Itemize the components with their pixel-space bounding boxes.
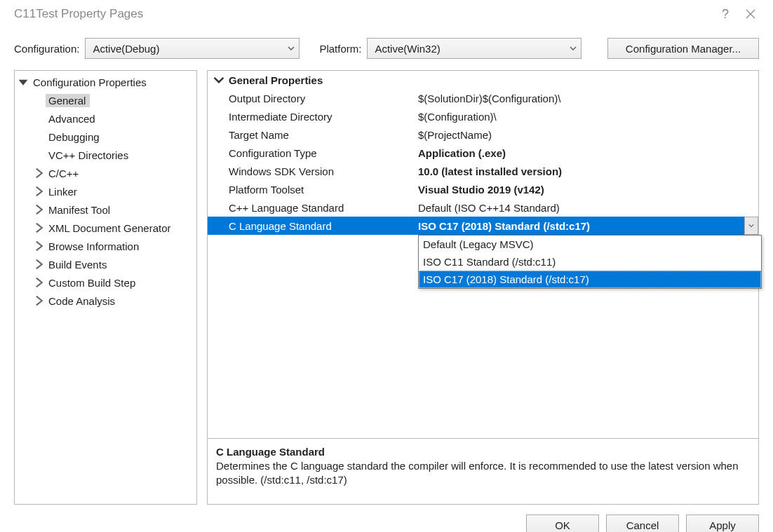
tree-item[interactable]: Debugging <box>15 128 196 146</box>
titlebar: C11Test Property Pages ? <box>0 0 773 28</box>
dropdown-option[interactable]: ISO C17 (2018) Standard (/std:c17) <box>419 271 761 288</box>
dropdown-option[interactable]: ISO C11 Standard (/std:c11) <box>419 253 761 271</box>
help-button[interactable]: ? <box>713 1 738 27</box>
property-grid[interactable]: General Properties Output Directory$(Sol… <box>207 70 759 439</box>
configuration-value: Active(Debug) <box>93 43 159 55</box>
property-value[interactable]: $(Configuration)\ <box>417 111 758 123</box>
property-value[interactable]: Visual Studio 2019 (v142) <box>417 184 758 196</box>
toolbar: Configuration: Active(Debug) Platform: A… <box>0 28 773 70</box>
tree-item[interactable]: General <box>15 91 196 109</box>
expander-open-icon <box>18 76 29 88</box>
tree-item-label: General <box>46 94 90 107</box>
property-name: Target Name <box>208 129 417 141</box>
property-name: Platform Toolset <box>208 184 417 196</box>
tree-item[interactable]: Code Analysis <box>15 292 196 310</box>
tree-item[interactable]: Custom Build Step <box>15 273 196 292</box>
platform-label: Platform: <box>319 43 361 55</box>
property-row[interactable]: Configuration TypeApplication (.exe) <box>208 144 758 162</box>
property-name: C Language Standard <box>208 220 417 232</box>
tree-item-label: VC++ Directories <box>46 149 133 162</box>
expander-closed-icon <box>33 186 44 197</box>
tree-root[interactable]: Configuration Properties <box>15 73 196 91</box>
property-value[interactable]: Application (.exe) <box>417 147 758 159</box>
tree-item[interactable]: Advanced <box>15 109 196 128</box>
property-value[interactable]: $(SolutionDir)$(Configuration)\ <box>417 93 758 104</box>
tree-item-label: Code Analysis <box>46 294 119 308</box>
property-row[interactable]: Target Name$(ProjectName) <box>208 125 758 144</box>
tree-item-label: Build Events <box>46 258 111 271</box>
expander-closed-icon <box>33 295 44 306</box>
property-name: C++ Language Standard <box>208 202 417 214</box>
window-title: C11Test Property Pages <box>14 7 143 21</box>
tree-item-label: Debugging <box>46 130 104 144</box>
apply-button[interactable]: Apply <box>686 514 759 532</box>
property-row[interactable]: C++ Language StandardDefault (ISO C++14 … <box>208 198 758 217</box>
configuration-combo[interactable]: Active(Debug) <box>85 38 300 59</box>
tree-item[interactable]: C/C++ <box>15 164 196 182</box>
configuration-label: Configuration: <box>14 43 79 55</box>
property-name: Intermediate Directory <box>208 111 417 123</box>
expander-closed-icon <box>33 240 44 252</box>
expander-closed-icon <box>33 204 44 215</box>
expander-closed-icon <box>33 168 44 179</box>
dropdown-option[interactable]: Default (Legacy MSVC) <box>419 236 761 253</box>
property-value[interactable]: $(ProjectName) <box>417 129 758 141</box>
property-value[interactable]: ISO C17 (2018) Standard (/std:c17) <box>417 220 758 232</box>
property-value[interactable]: Default (ISO C++14 Standard) <box>417 202 758 214</box>
property-row[interactable]: C Language StandardISO C17 (2018) Standa… <box>208 217 758 235</box>
description-text: Determines the C language standard the c… <box>216 459 750 488</box>
property-name: Output Directory <box>208 93 417 104</box>
grid-section-header[interactable]: General Properties <box>208 71 758 89</box>
nav-tree[interactable]: Configuration Properties GeneralAdvanced… <box>14 70 197 505</box>
platform-value: Active(Win32) <box>375 43 440 55</box>
tree-item-label: Browse Information <box>46 240 143 253</box>
dropdown-button[interactable] <box>744 217 758 235</box>
description-title: C Language Standard <box>216 446 750 458</box>
configuration-manager-button[interactable]: Configuration Manager... <box>607 38 759 59</box>
ok-button[interactable]: OK <box>526 514 599 532</box>
tree-item[interactable]: Manifest Tool <box>15 200 196 219</box>
dialog-footer: OK Cancel Apply <box>0 505 773 532</box>
close-button[interactable] <box>738 1 763 27</box>
property-value[interactable]: 10.0 (latest installed version) <box>417 165 758 177</box>
property-row[interactable]: Platform ToolsetVisual Studio 2019 (v142… <box>208 180 758 198</box>
property-row[interactable]: Output Directory$(SolutionDir)$(Configur… <box>208 89 758 107</box>
cancel-button[interactable]: Cancel <box>606 514 679 532</box>
property-name: Configuration Type <box>208 147 417 159</box>
chevron-down-icon <box>570 45 577 52</box>
property-row[interactable]: Windows SDK Version10.0 (latest installe… <box>208 162 758 180</box>
tree-item[interactable]: VC++ Directories <box>15 146 196 164</box>
tree-item-label: XML Document Generator <box>46 221 175 235</box>
tree-item[interactable]: Browse Information <box>15 237 196 255</box>
expander-open-icon <box>213 74 224 86</box>
tree-item-label: Linker <box>46 185 81 198</box>
property-row[interactable]: Intermediate Directory$(Configuration)\ <box>208 107 758 125</box>
tree-item-label: C/C++ <box>46 167 83 180</box>
expander-closed-icon <box>33 259 44 270</box>
property-name: Windows SDK Version <box>208 165 417 177</box>
tree-item-label: Custom Build Step <box>46 276 140 289</box>
expander-closed-icon <box>33 277 44 288</box>
tree-item[interactable]: XML Document Generator <box>15 219 196 237</box>
c-language-standard-dropdown[interactable]: Default (Legacy MSVC)ISO C11 Standard (/… <box>418 235 762 289</box>
platform-combo[interactable]: Active(Win32) <box>367 38 582 59</box>
chevron-down-icon <box>288 45 295 52</box>
tree-item[interactable]: Build Events <box>15 255 196 273</box>
property-description: C Language Standard Determines the C lan… <box>207 439 759 505</box>
tree-item-label: Advanced <box>46 112 100 125</box>
tree-item-label: Manifest Tool <box>46 203 114 217</box>
expander-closed-icon <box>33 222 44 233</box>
tree-item[interactable]: Linker <box>15 182 196 200</box>
